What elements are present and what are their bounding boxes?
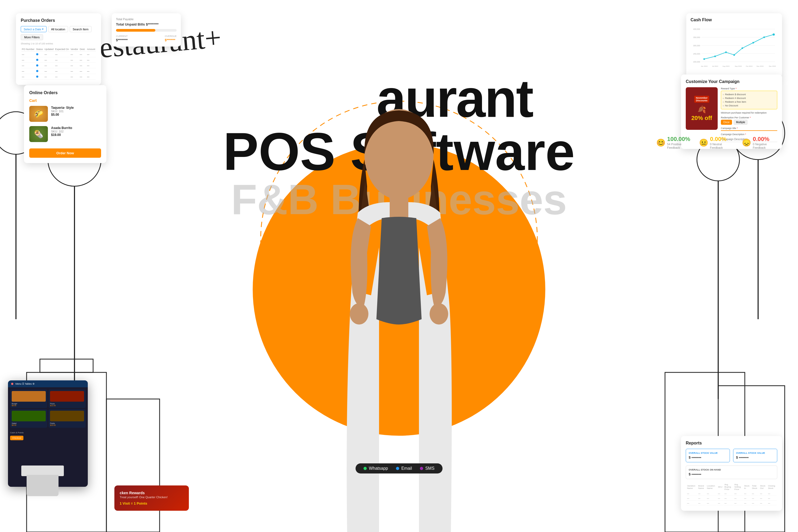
loyalty-card: cken Rewards Treat yourself! One Quarter…: [114, 486, 189, 511]
svg-rect-9: [40, 359, 93, 373]
table-row: ——————————: [686, 501, 777, 506]
burrito-icon: 🌯: [29, 126, 48, 142]
svg-text:Oct 2024: Oct 2024: [746, 65, 753, 67]
loyalty-points: 1 Visit = 1 Points: [120, 501, 184, 506]
svg-text:Dec 2024: Dec 2024: [769, 65, 776, 67]
pos-food-img-4: [50, 411, 84, 421]
feedback-row: 😊 100.00% 54 Positive Feedback 😐 0.00% 0…: [656, 136, 777, 150]
date-filter-btn[interactable]: Select a Date ▾: [21, 26, 46, 32]
cash-flow-title: Cash Flow: [690, 18, 778, 22]
overdue-amount: $*******: [165, 38, 175, 42]
sms-item[interactable]: SMS: [420, 466, 435, 471]
svg-point-29: [753, 42, 754, 43]
cart-label: Cart: [29, 98, 101, 103]
table-row: ——————: [21, 52, 96, 57]
overdue-label: OVERDUE: [165, 35, 177, 38]
cart-item-2-img: 🌯: [29, 126, 48, 142]
campaign-desc-label: Campaign Description *: [721, 133, 777, 136]
feedback-neutral: 😐 0.00% 0 Neutral Feedback: [699, 136, 734, 150]
neutral-emoji: 😐: [699, 138, 708, 147]
svg-rect-10: [107, 399, 159, 532]
campaign-title: Customize Your Campaign: [686, 79, 777, 84]
negative-percent: 0.00%: [753, 136, 777, 142]
reward-option-3[interactable]: Redeem a free item: [723, 100, 775, 104]
pos-terminal: Menu ☰ Tables ⚙ Burger $8.00 Pizza $12.0…: [0, 373, 101, 532]
campaign-image: NovemberDiscounts 🍂 20% off: [686, 87, 718, 130]
reward-option-4[interactable]: No Discount: [723, 104, 775, 108]
payable-title: Total Unpaid Bills $********: [116, 22, 177, 26]
table-row: ——————: [21, 75, 96, 79]
svg-text:350,000: 350,000: [693, 36, 700, 39]
online-orders-card: Online Orders Cart 🌮 Taqueria- Style SKU…: [24, 85, 107, 163]
svg-point-24: [703, 58, 705, 60]
negative-emoji: 😞: [742, 138, 751, 147]
whatsapp-label: Whatsapp: [369, 466, 388, 471]
pos-base: [26, 475, 58, 496]
whatsapp-dot: [364, 467, 367, 470]
location-filter-btn[interactable]: All location: [48, 26, 68, 32]
svg-point-30: [763, 36, 765, 38]
email-dot: [396, 467, 399, 470]
redemption-once-btn[interactable]: Once: [721, 120, 732, 125]
search-item-btn[interactable]: Search Item: [70, 26, 91, 32]
positive-label: 54 Positive Feedback: [667, 142, 691, 150]
table-row: ——————: [21, 69, 96, 74]
item-2-price: $19.00: [51, 133, 72, 137]
stock-value-1: $ ••••••••: [689, 455, 727, 459]
pos-content: Burger $8.00 Pizza $12.00 Salad $6.00 Pa…: [8, 387, 88, 430]
item-1-sku: SKU: 101: [51, 110, 74, 113]
svg-text:400,000: 400,000: [693, 28, 700, 30]
tacos-icon: 🌮: [29, 106, 48, 122]
order-now-btn[interactable]: Order Now: [29, 148, 101, 158]
stock-value-label-1: OVERALL STOCK VALUE: [689, 452, 727, 454]
svg-text:200,000: 200,000: [693, 61, 700, 63]
svg-text:250,000: 250,000: [693, 53, 700, 55]
campaign-title-label: Campaign title *: [721, 127, 777, 130]
table-row: ——————: [21, 58, 96, 63]
pos-food-img-3: [12, 411, 46, 421]
cart-item-1: 🌮 Taqueria- Style SKU: 101 $5.00: [29, 106, 101, 122]
stock-on-hand-value: $ ••••••••: [689, 472, 774, 476]
svg-text:Jun 2024: Jun 2024: [701, 65, 708, 67]
item-2-sku: SKU: 102: [51, 130, 72, 133]
pos-header-label: Menu ☰ Tables ⚙: [15, 382, 84, 385]
campaign-nov-label: NovemberDiscounts: [694, 96, 709, 103]
email-label: Email: [401, 466, 412, 471]
neutral-label: 0 Neutral Feedback: [710, 142, 734, 150]
whatsapp-bar: Whatsapp Email SMS: [356, 463, 443, 474]
item-1-name: Taqueria- Style: [51, 106, 74, 110]
chart-area: 400,000 350,000 300,000 250,000 200,000 …: [690, 25, 778, 71]
cart-item-1-img: 🌮: [29, 106, 48, 122]
purchase-orders-title: Purchase Orders: [21, 18, 96, 23]
more-filters-btn[interactable]: More Filters: [21, 34, 43, 40]
reward-option-2[interactable]: Redeem # discount: [723, 96, 775, 100]
svg-text:300,000: 300,000: [693, 45, 700, 47]
pos-header: Menu ☰ Tables ⚙: [8, 380, 88, 387]
svg-text:Aug 2024: Aug 2024: [722, 65, 730, 67]
pos-food-img-2: [50, 391, 84, 402]
svg-point-31: [773, 34, 775, 36]
current-amount: $********: [116, 38, 128, 42]
stock-on-hand-label: OVERALL STOCK ON HAND: [689, 469, 774, 471]
current-label: CURRENT: [116, 35, 128, 38]
hero-line1: Restaurant: [0, 72, 798, 125]
stock-value-label-2: OVERALL STOCK VALUE: [736, 452, 774, 454]
pos-item-4: Pasta $10.00: [49, 409, 86, 428]
payable-label: Total Payable: [116, 18, 177, 21]
whatsapp-item[interactable]: Whatsapp: [364, 466, 388, 471]
negative-label: 0 Negative Feedback: [753, 142, 777, 150]
redemption-multiple-btn[interactable]: Multiple: [734, 120, 747, 125]
pos-checkout-btn[interactable]: Checkout: [10, 436, 23, 440]
reward-type-label: Reward Type *: [721, 87, 777, 90]
cash-flow-card: Cash Flow 400,000 350,000 300,000 250,00…: [686, 13, 782, 77]
sms-label: SMS: [425, 466, 435, 471]
stock-on-hand-block: OVERALL STOCK ON HAND $ ••••••••: [686, 466, 777, 479]
reward-option-1[interactable]: Redeem $ discount: [723, 93, 775, 96]
total-payable-card: Total Payable Total Unpaid Bills $******…: [112, 13, 181, 46]
item-2-name: Asada Burrito: [51, 126, 72, 130]
payable-bar-fill: [116, 29, 155, 32]
email-item[interactable]: Email: [396, 466, 412, 471]
table-row: ——————: [21, 63, 96, 68]
svg-text:Jul 2024: Jul 2024: [712, 65, 719, 67]
item-1-price: $5.00: [51, 113, 74, 116]
